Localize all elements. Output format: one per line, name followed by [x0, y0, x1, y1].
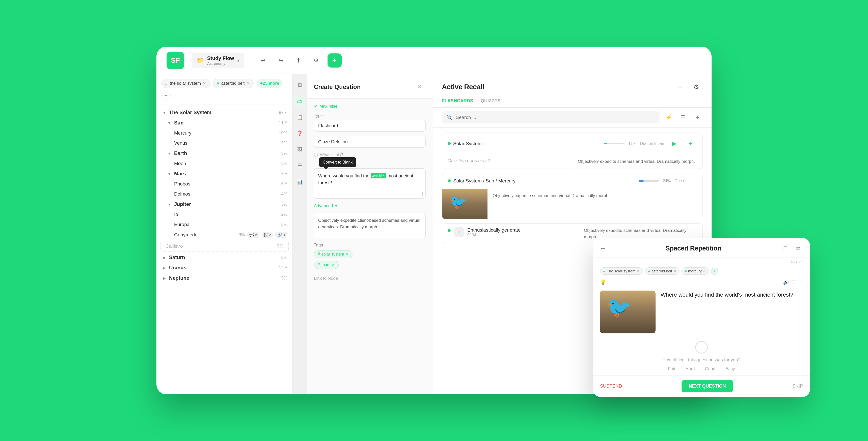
list-item[interactable]: ▼ Sun 11% — [156, 118, 292, 128]
sr-tag[interactable]: # mercury ✕ — [682, 267, 709, 275]
tag-close-icon[interactable]: ✕ — [637, 269, 640, 273]
filter-button[interactable]: ⚡ — [663, 112, 674, 123]
sr-back-button[interactable]: ← — [600, 245, 606, 252]
tag-remove-icon[interactable]: ✕ — [346, 252, 349, 256]
list-item[interactable]: Io 2% — [156, 209, 292, 219]
question-icon[interactable]: ❓ — [294, 128, 305, 139]
list-view-button[interactable]: ☰ — [678, 112, 688, 123]
sr-flip-button[interactable]: ⇄ — [793, 243, 803, 253]
type-select[interactable]: Flashcard — [314, 120, 426, 132]
toggle-icon[interactable]: ▶ — [161, 265, 167, 271]
list-item[interactable]: ▼ Mars 7% — [156, 169, 292, 179]
sr-footer: SUSPEND NEXT QUESTION SKIP — [593, 375, 810, 397]
sr-tag[interactable]: # asteroid belt ✕ — [645, 267, 680, 275]
help-row[interactable]: ⓘ What is this? — [314, 152, 426, 158]
chart-icon[interactable]: 📊 — [294, 176, 305, 187]
add-recall-button[interactable]: + — [674, 81, 686, 93]
image-badge[interactable]: 🖼 2 — [262, 232, 273, 238]
tag-mars[interactable]: # mars ✕ — [314, 261, 339, 269]
list-item[interactable]: Callistro 5% — [160, 241, 289, 251]
list-item[interactable]: ▼ Earth 5% — [156, 148, 292, 159]
link-badge[interactable]: 🔗 1 — [275, 232, 287, 238]
settings-button[interactable]: ⚙ — [310, 54, 322, 67]
list-item[interactable]: ▶ Uranus 12% — [156, 263, 292, 273]
breadcrumb[interactable]: 📁 Study Flow Astronomy ▾ — [192, 53, 244, 68]
toggle-icon[interactable]: ▶ — [161, 255, 167, 260]
like-icon[interactable]: ♡ — [791, 279, 795, 285]
list-icon[interactable]: ☰ — [294, 160, 305, 171]
tag-close-icon[interactable]: ✕ — [674, 269, 676, 273]
audio-icon[interactable]: 🔊 — [783, 279, 789, 285]
tag-close-icon[interactable]: ✕ — [203, 81, 206, 86]
tag-close-icon[interactable]: ✕ — [247, 81, 250, 86]
play-button[interactable]: ▶ — [668, 137, 681, 150]
question-editor[interactable]: Convert to Blank Where would you find th… — [314, 168, 426, 199]
list-item[interactable]: ▼ Jupiter 3% — [156, 199, 292, 209]
redo-button[interactable]: ↪ — [275, 54, 287, 67]
list-item[interactable]: Ganymede 9% 💬 5 🖼 2 🔗 1 — [156, 230, 292, 240]
share-button[interactable]: ⬆ — [292, 54, 305, 67]
chevron-down-icon: ▾ — [237, 58, 240, 63]
list-item[interactable]: Mercury 10% — [156, 128, 292, 138]
list-item[interactable]: Europa 5% — [156, 219, 292, 230]
difficulty-fair[interactable]: Fair — [668, 366, 675, 371]
difficulty-good[interactable]: Good — [705, 366, 715, 371]
close-create-panel-button[interactable]: ✕ — [413, 81, 426, 93]
link-node[interactable]: Link to Node — [314, 273, 426, 283]
skip-button[interactable]: SKIP — [793, 383, 803, 389]
tag-close-icon[interactable]: ✕ — [703, 269, 706, 273]
hint-area[interactable]: Objectively expedite client-based schema… — [314, 213, 426, 238]
more-tags-button[interactable]: +25 more — [257, 79, 283, 88]
convert-tooltip[interactable]: Convert to Blank — [319, 157, 356, 167]
layout-icon[interactable]: ⊞ — [294, 79, 305, 91]
list-item[interactable]: Moon 3% — [156, 159, 292, 169]
sr-answer-area: ○ How difficult this question was for yo… — [593, 337, 810, 375]
flashcard-icon[interactable]: 🗃 — [294, 96, 305, 107]
list-item[interactable]: Phobos 5% — [156, 179, 292, 189]
note-icon[interactable]: 📋 — [294, 112, 305, 123]
app-logo: SF — [166, 52, 184, 69]
list-item[interactable]: Deimos 4% — [156, 189, 292, 199]
status-dot — [447, 142, 451, 145]
toggle-icon[interactable]: ▼ — [166, 151, 172, 156]
toggle-icon[interactable]: ▼ — [166, 202, 172, 207]
suspend-button[interactable]: SUSPEND — [600, 383, 622, 389]
image-panel-icon[interactable]: 🖼 — [294, 144, 305, 155]
list-item[interactable]: ▶ Saturn 5% — [156, 252, 292, 263]
next-question-button[interactable]: NEXT QUESTION — [682, 380, 733, 393]
tag-chip-asteroid-belt[interactable]: # asteroid belt ✕ — [213, 79, 254, 88]
more-options-icon[interactable]: ⋮ — [797, 279, 803, 285]
search-input[interactable] — [456, 115, 655, 120]
tab-quizzes[interactable]: QUIZZES — [481, 98, 500, 107]
add-tag-button[interactable]: + — [711, 268, 718, 275]
toggle-icon[interactable]: ▼ — [166, 120, 172, 126]
recall-settings-button[interactable]: ⚙ — [690, 81, 703, 93]
cloze-select[interactable]: Cloze Deletion — [314, 136, 426, 148]
tag-remove-icon[interactable]: ✕ — [332, 263, 335, 267]
sr-tag[interactable]: # The solar system ✕ — [600, 267, 643, 275]
list-item[interactable]: ▶ Neptune 5% — [156, 273, 292, 283]
more-options-icon[interactable]: ⋮ — [691, 178, 697, 184]
difficulty-easy[interactable]: Easy — [725, 366, 735, 371]
sr-reveal-button[interactable]: ○ — [695, 341, 708, 353]
grid-view-button[interactable]: ⊞ — [692, 112, 703, 123]
toggle-icon[interactable]: ▼ — [166, 171, 172, 177]
undo-button[interactable]: ↩ — [257, 54, 270, 67]
toggle-icon[interactable]: ▼ — [161, 110, 167, 115]
add-card-button[interactable]: + — [684, 137, 697, 150]
comment-badge[interactable]: 💬 5 — [247, 232, 259, 238]
sr-bookmark-button[interactable]: ☐ — [781, 243, 790, 253]
toggle-icon[interactable]: ▶ — [161, 275, 167, 281]
difficulty-hard[interactable]: Hard — [686, 366, 695, 371]
sr-title: Spaced Repetition — [665, 244, 721, 252]
list-item[interactable]: Venus 9% — [156, 138, 292, 148]
tab-flashcards[interactable]: FLASHCARDS — [442, 98, 473, 107]
maximize-button[interactable]: ⤢ Maximise — [314, 104, 426, 109]
tag-solar-system[interactable]: # solar system ✕ — [314, 250, 352, 258]
list-item[interactable]: ▼ The Solar System 87% — [156, 107, 292, 118]
advanced-button[interactable]: Advanced ▾ — [314, 203, 426, 208]
tag-chip-solar-system[interactable]: # the solar system ✕ — [161, 79, 210, 88]
add-tag-button[interactable]: + — [161, 91, 170, 100]
search-area[interactable]: 🔍 — [442, 111, 659, 124]
add-button[interactable]: + — [328, 54, 342, 68]
